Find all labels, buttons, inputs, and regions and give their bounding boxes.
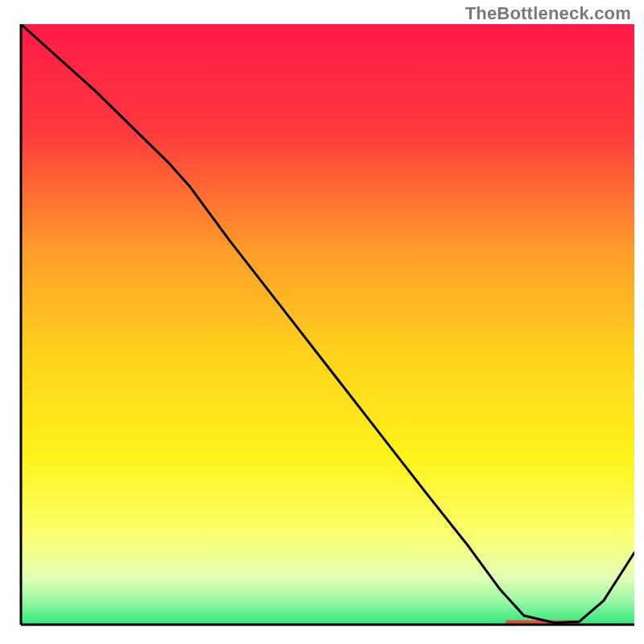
- chart-container: TheBottleneck.com: [0, 0, 644, 644]
- plot-background: [21, 24, 634, 625]
- bottleneck-chart: [0, 0, 644, 644]
